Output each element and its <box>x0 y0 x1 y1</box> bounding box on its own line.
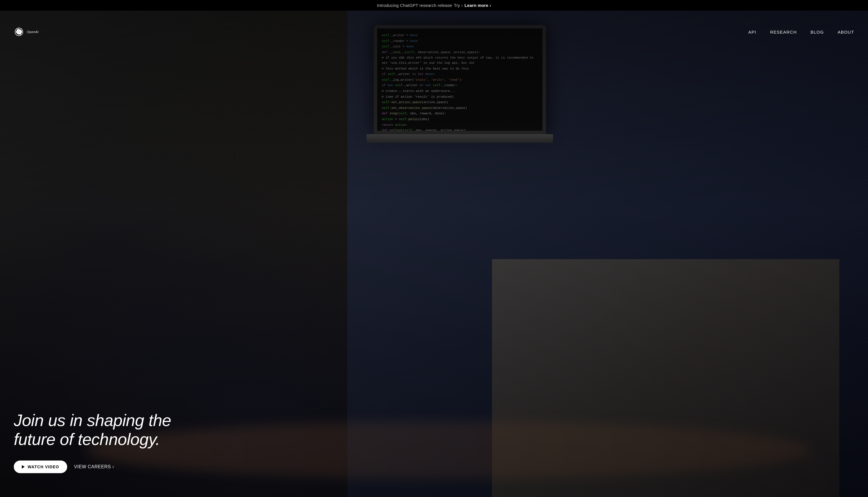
nav-about[interactable]: ABOUT <box>838 30 854 34</box>
hero-content: Join us in shaping the future of technol… <box>14 411 186 473</box>
hero-section: self._writer = None self._reader = None … <box>0 11 868 497</box>
nav-api[interactable]: API <box>748 30 756 34</box>
announcement-text: Introducing ChatGPT research release <box>377 3 452 8</box>
nav-blog[interactable]: BLOG <box>811 30 824 34</box>
play-icon <box>22 465 25 469</box>
watch-video-button[interactable]: WATCH VIDEO <box>14 460 67 473</box>
watch-video-label: WATCH VIDEO <box>28 465 59 469</box>
announcement-bar: Introducing ChatGPT research release Try… <box>0 0 868 11</box>
openai-logo-icon <box>14 27 24 37</box>
svg-text:OpenAI: OpenAI <box>27 30 39 33</box>
hero-headline: Join us in shaping the future of technol… <box>14 411 186 449</box>
learn-more-link[interactable]: Learn more › <box>465 3 491 8</box>
openai-wordmark-icon: OpenAI <box>27 27 50 37</box>
try-link[interactable]: Try › <box>454 3 463 8</box>
hero-actions: WATCH VIDEO VIEW CAREERS › <box>14 460 186 473</box>
navbar: OpenAI API RESEARCH BLOG ABOUT <box>0 22 868 42</box>
view-careers-link[interactable]: VIEW CAREERS › <box>74 464 114 469</box>
nav-links: API RESEARCH BLOG ABOUT <box>748 30 854 34</box>
nav-research[interactable]: RESEARCH <box>770 30 797 34</box>
logo[interactable]: OpenAI <box>14 27 50 37</box>
